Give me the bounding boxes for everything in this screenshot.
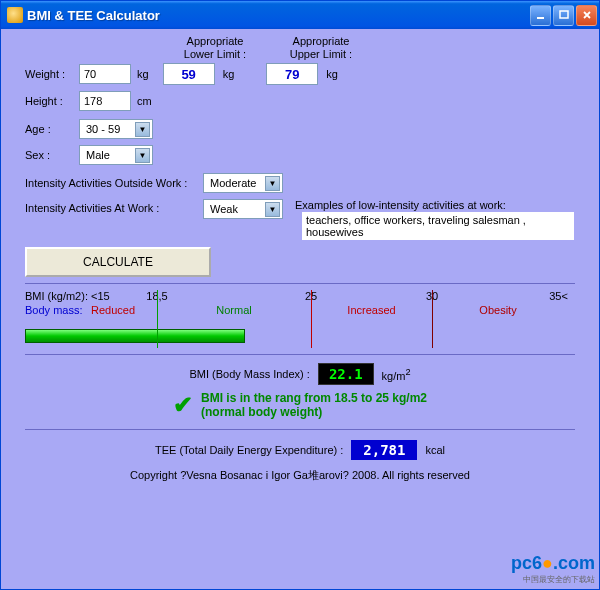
app-window: BMI & TEE Calculator Appropriate Lower L… — [0, 0, 600, 590]
chevron-down-icon: ▼ — [135, 148, 150, 163]
age-value: 30 - 59 — [86, 123, 135, 135]
height-input[interactable] — [79, 91, 131, 111]
iaow-label: Intensity Activities Outside Work : — [25, 177, 197, 189]
age-select[interactable]: 30 - 59 ▼ — [79, 119, 153, 139]
calculate-button[interactable]: CALCULATE — [25, 247, 211, 277]
divider — [25, 354, 575, 355]
window-title: BMI & TEE Calculator — [27, 8, 530, 23]
bmi-msg-2: (normal body weight) — [201, 405, 427, 419]
tee-label: TEE (Total Daily Energy Expenditure) : — [155, 444, 343, 456]
watermark: pc6●.com 中国最安全的下载站 — [511, 553, 595, 585]
threshold-185 — [157, 290, 158, 348]
chevron-down-icon: ▼ — [265, 202, 280, 217]
lower-limit-unit: kg — [223, 68, 235, 80]
window-controls — [530, 5, 597, 26]
sex-select[interactable]: Male ▼ — [79, 145, 153, 165]
bmi-label: BMI (Body Mass Index) : — [189, 368, 309, 380]
svg-rect-1 — [560, 11, 568, 18]
examples-text: teachers, office workers, traveling sale… — [301, 211, 575, 241]
bmi-unit: kg/m2 — [382, 367, 411, 382]
divider — [25, 283, 575, 284]
scale-header: BMI (kg/m2): <15 — [25, 290, 110, 302]
checkmark-icon: ✔ — [173, 391, 193, 419]
cap-obesity: Obesity — [479, 304, 516, 316]
iaw-value: Weak — [210, 203, 265, 215]
lower-limit-value: 59 — [163, 63, 215, 85]
iaw-select[interactable]: Weak ▼ — [203, 199, 283, 219]
bmi-indicator — [25, 329, 245, 343]
chevron-down-icon: ▼ — [265, 176, 280, 191]
lower-limit-label: Appropriate Lower Limit : — [177, 35, 253, 61]
upper-limit-unit: kg — [326, 68, 338, 80]
tick-35: 35< — [549, 290, 568, 302]
limits-header: Appropriate Lower Limit : Appropriate Up… — [177, 35, 575, 61]
weight-input[interactable] — [79, 64, 131, 84]
tee-value: 2,781 — [351, 440, 417, 460]
age-label: Age : — [25, 123, 73, 135]
height-unit: cm — [137, 95, 152, 107]
sex-value: Male — [86, 149, 135, 161]
minimize-button[interactable] — [530, 5, 551, 26]
titlebar: BMI & TEE Calculator — [1, 1, 599, 29]
bmi-msg-1: BMI is in the rang from 18.5 to 25 kg/m2 — [201, 391, 427, 405]
iaow-select[interactable]: Moderate ▼ — [203, 173, 283, 193]
sex-label: Sex : — [25, 149, 73, 161]
chevron-down-icon: ▼ — [135, 122, 150, 137]
bmi-value: 22.1 — [318, 363, 374, 385]
bmi-bar — [25, 326, 575, 346]
maximize-button[interactable] — [553, 5, 574, 26]
body-mass-label: Body mass: — [25, 304, 82, 316]
cap-reduced: Reduced — [91, 304, 135, 316]
close-button[interactable] — [576, 5, 597, 26]
bmi-status-message: ✔ BMI is in the rang from 18.5 to 25 kg/… — [25, 391, 575, 419]
divider — [25, 429, 575, 430]
upper-limit-value: 79 — [266, 63, 318, 85]
svg-rect-0 — [537, 17, 544, 19]
examples-label: Examples of low-intensity activities at … — [295, 199, 575, 211]
tee-unit: kcal — [425, 444, 445, 456]
content-area: Appropriate Lower Limit : Appropriate Up… — [1, 29, 599, 589]
weight-unit: kg — [137, 68, 149, 80]
cap-normal: Normal — [216, 304, 251, 316]
height-label: Height : — [25, 95, 73, 107]
copyright: Copyright ?Vesna Bosanac i Igor Ga堆arovi… — [25, 468, 575, 483]
threshold-30 — [432, 290, 433, 348]
iaow-value: Moderate — [210, 177, 265, 189]
bmi-scale: BMI (kg/m2): <15 18,5 25 30 35< Body mas… — [25, 290, 575, 324]
weight-label: Weight : — [25, 68, 73, 80]
iaw-label: Intensity Activities At Work : — [25, 199, 197, 214]
threshold-25 — [311, 290, 312, 348]
app-icon — [7, 7, 23, 23]
cap-increased: Increased — [347, 304, 395, 316]
upper-limit-label: Appropriate Upper Limit : — [283, 35, 359, 61]
